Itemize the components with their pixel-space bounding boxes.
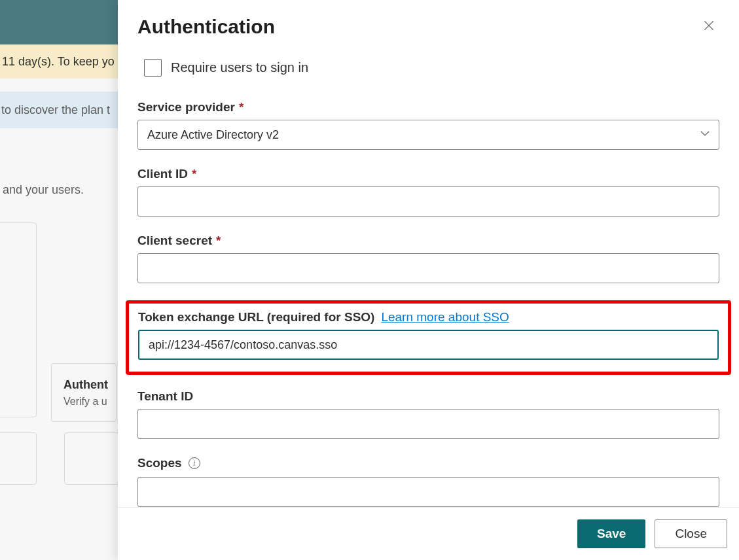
client-secret-input[interactable] (137, 253, 719, 283)
bg-card (0, 432, 37, 485)
close-button[interactable] (698, 16, 719, 37)
bg-card (64, 432, 120, 485)
service-provider-select[interactable] (137, 120, 719, 150)
tenant-id-input[interactable] (137, 409, 719, 439)
save-button[interactable]: Save (577, 519, 645, 548)
tenant-id-label: Tenant ID (137, 389, 193, 404)
token-exchange-label: Token exchange URL (required for SSO) (138, 310, 374, 324)
learn-sso-link[interactable]: Learn more about SSO (381, 310, 509, 324)
require-signin-label: Require users to sign in (171, 60, 308, 75)
token-exchange-highlight: Token exchange URL (required for SSO) Le… (126, 300, 731, 375)
required-asterisk: * (239, 100, 243, 114)
close-icon (702, 19, 715, 35)
client-secret-label: Client secret (137, 234, 212, 248)
bg-subtext: and your users. (3, 183, 84, 197)
close-footer-button[interactable]: Close (655, 519, 727, 548)
authentication-card: Authent Verify a u (51, 363, 117, 422)
require-signin-checkbox[interactable] (144, 59, 162, 77)
scopes-input[interactable] (137, 477, 719, 507)
scopes-label: Scopes (137, 456, 182, 470)
trial-banner: 11 day(s). To keep yo (0, 44, 118, 79)
required-asterisk: * (216, 234, 221, 248)
authentication-panel: Authentication Require users to sign in … (118, 0, 739, 560)
client-id-input[interactable] (137, 186, 719, 217)
token-exchange-input[interactable] (138, 330, 719, 360)
bg-card (0, 222, 37, 417)
info-icon[interactable]: i (189, 457, 200, 469)
panel-footer: Save Close (118, 507, 739, 560)
required-asterisk: * (192, 167, 196, 181)
discover-banner: to discover the plan t (0, 92, 118, 128)
panel-title: Authentication (137, 16, 275, 38)
service-provider-label: Service provider (137, 100, 235, 114)
bg-header-strip (0, 0, 118, 44)
card-title: Authent (63, 378, 104, 392)
card-desc: Verify a u (63, 396, 104, 408)
client-id-label: Client ID (137, 167, 188, 181)
